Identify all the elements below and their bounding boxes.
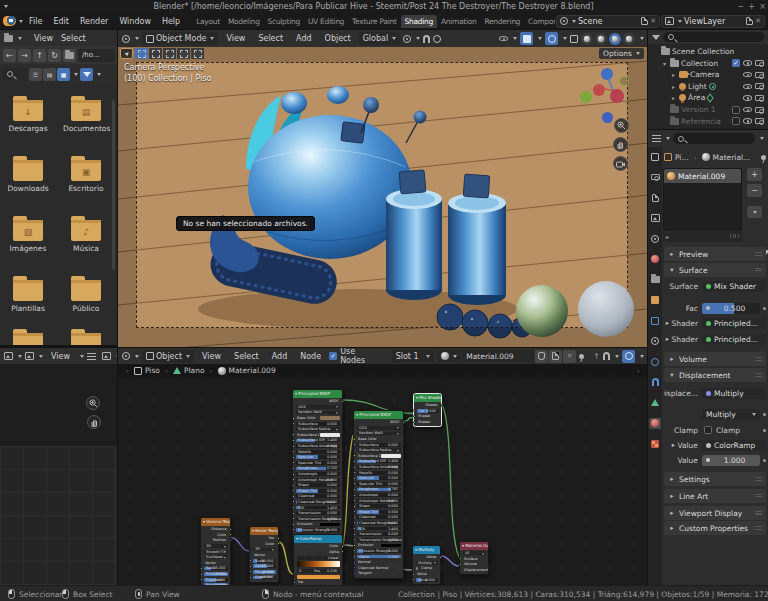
chevron-down-icon[interactable] xyxy=(18,37,22,40)
chevron-down-icon[interactable] xyxy=(640,37,644,40)
gizmo-z-axis[interactable] xyxy=(601,68,613,80)
node-row-normal[interactable]: Normal xyxy=(357,560,401,565)
input-socket[interactable] xyxy=(353,538,356,541)
node-header[interactable]: ▾ Principled BSDF xyxy=(293,390,342,398)
input-socket[interactable] xyxy=(200,578,203,581)
section-volume[interactable]: ▸Volume xyxy=(664,352,766,366)
prop-dropdown[interactable]: Multiply xyxy=(702,409,760,420)
expand-icon[interactable]: ▸ xyxy=(664,335,671,343)
gizmos-toggle[interactable] xyxy=(520,32,533,45)
input-socket[interactable] xyxy=(292,461,295,464)
node-header[interactable]: ▾ Mix Shader xyxy=(414,394,441,402)
slider[interactable] xyxy=(296,478,340,482)
shader-type-selector[interactable]: Object xyxy=(142,350,194,363)
node-row-emission-strength[interactable]: Emission Strength1.000 xyxy=(357,549,401,554)
slider[interactable] xyxy=(296,517,340,521)
image-menu-view[interactable]: View xyxy=(46,351,75,362)
resize-grip-icon[interactable] xyxy=(730,234,739,238)
input-socket[interactable] xyxy=(353,572,356,575)
input-socket[interactable] xyxy=(200,567,203,570)
slider[interactable] xyxy=(357,532,401,536)
node-row-exponent[interactable]: Exponent2.500 xyxy=(204,577,228,582)
folder-item[interactable]: ▣Escritorio xyxy=(63,160,109,193)
outliner-row-camera[interactable]: ▸Camera xyxy=(648,69,768,80)
render-visibility-icon[interactable] xyxy=(755,107,764,113)
slider[interactable] xyxy=(357,510,401,514)
eye-icon[interactable] xyxy=(743,84,752,90)
node-row-alpha[interactable]: Alpha1.000 xyxy=(357,554,401,559)
section-viewport-display[interactable]: ▸Viewport Display xyxy=(664,506,766,520)
color-swatch[interactable] xyxy=(320,416,340,420)
input-socket[interactable] xyxy=(200,584,203,585)
node-row-linear[interactable]: Linear xyxy=(297,555,340,560)
section-displacement[interactable]: ▾Displacement xyxy=(664,368,766,382)
overlays-toggle[interactable] xyxy=(545,32,558,45)
node-row-clamp[interactable]: Clamp xyxy=(416,566,438,571)
outliner-row-collection[interactable]: ▾Collection✓ xyxy=(648,58,768,69)
viewport-menu-add[interactable]: Add xyxy=(291,33,317,44)
file-menu-select[interactable]: Select xyxy=(57,34,90,43)
input-socket[interactable] xyxy=(413,415,416,418)
node-row-specular[interactable]: Specular0.500 xyxy=(357,476,401,481)
node-row-vector[interactable]: Vector xyxy=(204,561,228,566)
slider[interactable] xyxy=(296,444,340,448)
gizmo-x-neg[interactable] xyxy=(610,89,624,103)
node-menu-view[interactable]: View xyxy=(197,351,226,362)
gizmo-y-neg[interactable] xyxy=(619,76,629,86)
slider[interactable] xyxy=(357,443,401,447)
node-row-ggx[interactable]: GGX xyxy=(357,426,401,431)
editor-type-icon[interactable] xyxy=(122,352,130,360)
ramp-control-button[interactable] xyxy=(305,556,313,560)
input-socket[interactable] xyxy=(292,512,295,515)
add-slot-button[interactable]: + xyxy=(747,168,762,181)
input-socket[interactable] xyxy=(459,569,462,572)
input-socket[interactable] xyxy=(200,573,203,576)
node-row-roughness[interactable]: Roughness0.791 xyxy=(357,487,401,492)
slider[interactable] xyxy=(296,511,340,515)
output-socket[interactable] xyxy=(439,556,442,559)
viewlayer-selector[interactable]: ViewLayer✕ xyxy=(661,15,765,28)
slider[interactable] xyxy=(357,471,401,475)
node-menu-select[interactable]: Select xyxy=(229,351,264,362)
section-line-art[interactable]: ▸Line Art xyxy=(664,489,766,503)
chevron-down-icon[interactable] xyxy=(135,355,139,358)
new-scene-icon[interactable] xyxy=(641,17,648,25)
chevron-down-icon[interactable] xyxy=(97,73,101,76)
input-socket[interactable] xyxy=(353,516,356,519)
node-row-shader[interactable]: Shader xyxy=(417,420,439,425)
node-row-swatch[interactable] xyxy=(297,574,340,579)
slider[interactable] xyxy=(357,521,401,525)
input-socket[interactable] xyxy=(292,478,295,481)
node-row-detail[interactable]: Detail12.400 xyxy=(253,564,276,569)
node-row-displacement[interactable]: Displacement xyxy=(463,568,486,573)
node-row-scale[interactable]: Scale16.000 xyxy=(204,566,228,571)
tab-sculpting[interactable]: Sculpting xyxy=(264,15,304,28)
node-header[interactable]: ▾ Multiply xyxy=(413,546,440,554)
filter-icon[interactable] xyxy=(652,35,660,40)
input-socket[interactable] xyxy=(353,488,356,491)
folder-item[interactable]: Plantillas xyxy=(5,280,51,313)
section-settings[interactable]: ▸Settings xyxy=(664,472,766,486)
breadcrumb-plano[interactable]: Plano xyxy=(184,366,205,375)
keyframe-dot-icon[interactable] xyxy=(763,459,766,462)
properties-tab-scene[interactable] xyxy=(649,233,661,244)
outliner-row-version-1[interactable]: Version 1 xyxy=(648,104,768,115)
outliner-row-light[interactable]: ▸Light xyxy=(648,81,768,92)
node-row-anisotropic[interactable]: Anisotropic0.000 xyxy=(296,472,340,477)
ramp-control-button[interactable] xyxy=(314,556,322,560)
chevron-down-icon[interactable] xyxy=(39,355,43,358)
node-row-transmission-roughness[interactable]: Transmission Roughness0.000 xyxy=(296,516,340,521)
color-swatch[interactable] xyxy=(381,454,401,458)
input-socket[interactable] xyxy=(292,517,295,520)
folder-item-partial[interactable] xyxy=(63,333,109,345)
node-row-tangent[interactable]: Tangent xyxy=(357,571,401,576)
node-row-anisotropic-rotation[interactable]: Anisotropic Rotation0.000 xyxy=(296,477,340,482)
menu-help[interactable]: Help xyxy=(157,16,185,27)
slider[interactable] xyxy=(296,461,340,465)
node-row-subsurface-anisotropy[interactable]: Subsurface Anisotropy0.000 xyxy=(357,465,401,470)
dropdown[interactable] xyxy=(204,544,228,548)
node-row-clearcoat-roughness[interactable]: Clearcoat Roughness0.030 xyxy=(357,521,401,526)
folder-item[interactable]: ▨Imágenes xyxy=(5,220,51,253)
node-row-pos[interactable]: 0Pos0.236 xyxy=(297,568,340,573)
node-row-fac[interactable]: Fac0.500 xyxy=(417,409,439,414)
